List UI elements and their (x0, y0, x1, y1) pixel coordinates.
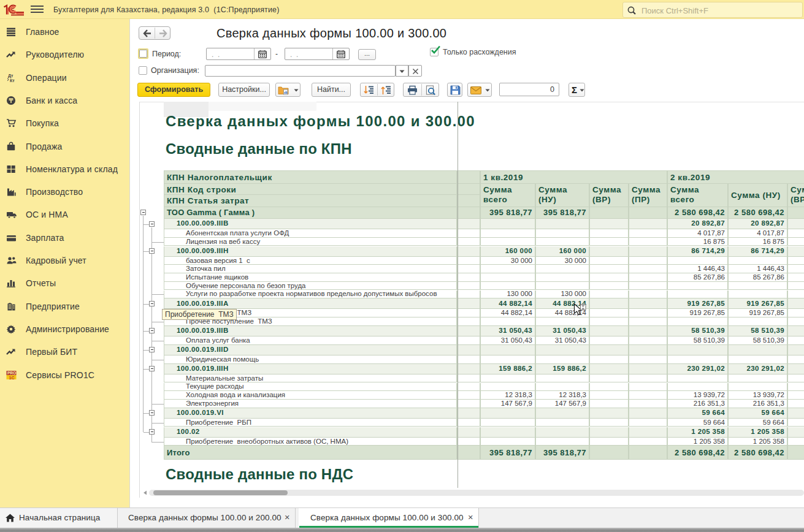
svg-text:Дт: Дт (8, 74, 13, 78)
svg-text:PRO: PRO (7, 371, 16, 375)
svg-text:Кт: Кт (10, 78, 15, 83)
svg-text:1С: 1С (9, 375, 15, 379)
